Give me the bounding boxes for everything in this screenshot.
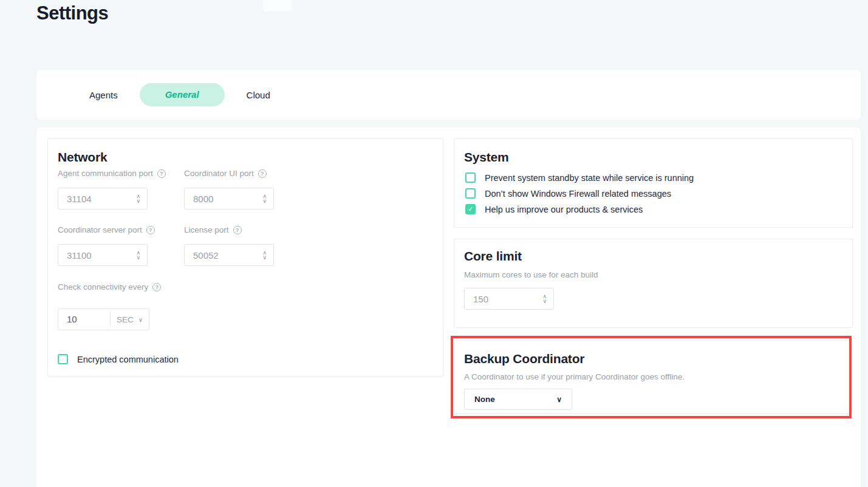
prevent-standby-label: Prevent system standby state while servi… (485, 173, 694, 183)
firewall-messages-checkbox[interactable] (465, 188, 476, 199)
improve-products-checkbox-row[interactable]: Help us improve our products & services (465, 204, 643, 214)
settings-tab-bar: Agents General Cloud (36, 70, 861, 120)
agent-communication-port-label-text: Agent communication port (58, 169, 153, 178)
chevron-down-icon: ∨ (138, 316, 143, 323)
check-connectivity-label-text: Check connectivity every (58, 282, 148, 291)
license-port-label-text: License port (184, 225, 229, 234)
improve-products-checkbox[interactable] (465, 204, 476, 214)
tooltip-remnant-patch (263, 0, 292, 12)
check-connectivity-input[interactable]: 10 SEC ∨ (58, 308, 149, 330)
help-icon[interactable] (258, 169, 267, 178)
firewall-messages-checkbox-row[interactable]: Don’t show Windows Firewall related mess… (465, 188, 671, 199)
prevent-standby-checkbox[interactable] (465, 172, 476, 183)
coordinator-ui-port-label: Coordinator UI port (184, 169, 267, 178)
connectivity-unit-value: SEC (117, 315, 134, 324)
core-limit-subtitle: Maximum cores to use for each build (464, 270, 598, 279)
agent-communication-port-value: 31104 (67, 194, 92, 204)
spinner-stepper-icon[interactable]: ∧∨ (262, 188, 267, 209)
help-icon[interactable] (233, 226, 242, 234)
connectivity-unit-select[interactable]: SEC ∨ (111, 315, 149, 324)
settings-content-panel: Network Agent communication port Coordin… (36, 128, 861, 487)
agent-communication-port-input[interactable]: 31104 ∧∨ (58, 188, 148, 209)
coordinator-server-port-label: Coordinator server port (58, 225, 155, 234)
help-icon[interactable] (157, 169, 166, 178)
coordinator-server-port-label-text: Coordinator server port (58, 225, 142, 234)
license-port-label: License port (184, 225, 242, 234)
encrypted-communication-checkbox[interactable] (58, 354, 68, 364)
core-limit-value: 150 (473, 294, 488, 304)
core-limit-title: Core limit (464, 249, 522, 264)
firewall-messages-label: Don’t show Windows Firewall related mess… (485, 189, 671, 199)
check-connectivity-value[interactable]: 10 (58, 313, 111, 326)
chevron-down-icon: ∨ (556, 395, 562, 404)
check-connectivity-label: Check connectivity every (58, 282, 161, 291)
prevent-standby-checkbox-row[interactable]: Prevent system standby state while servi… (465, 172, 694, 183)
spinner-stepper-icon[interactable]: ∧∨ (542, 288, 547, 309)
backup-coordinator-subtitle: A Coordinator to use if your primary Coo… (464, 372, 685, 381)
coordinator-ui-port-label-text: Coordinator UI port (184, 169, 254, 178)
tab-general[interactable]: General (140, 83, 225, 106)
backup-coordinator-select[interactable]: None ∨ (464, 389, 572, 410)
help-icon[interactable] (146, 226, 155, 234)
help-icon[interactable] (152, 283, 161, 291)
encrypted-communication-label: Encrypted communication (77, 355, 179, 364)
spinner-stepper-icon[interactable]: ∧∨ (136, 188, 140, 209)
backup-coordinator-title: Backup Coordinator (464, 352, 584, 366)
coordinator-ui-port-input[interactable]: 8000 ∧∨ (184, 188, 274, 209)
system-title: System (464, 150, 509, 165)
coordinator-server-port-input[interactable]: 31100 ∧∨ (58, 244, 148, 266)
license-port-value: 50052 (193, 250, 219, 261)
agent-communication-port-label: Agent communication port (58, 169, 166, 178)
spinner-stepper-icon[interactable]: ∧∨ (262, 245, 267, 265)
tab-cloud[interactable]: Cloud (228, 90, 289, 100)
network-card: Network Agent communication port Coordin… (47, 138, 443, 376)
coordinator-ui-port-value: 8000 (193, 194, 213, 204)
system-card: System Prevent system standby state whil… (454, 138, 853, 228)
backup-coordinator-card: Backup Coordinator A Coordinator to use … (454, 340, 853, 414)
coordinator-server-port-value: 31100 (67, 250, 92, 261)
improve-products-label: Help us improve our products & services (485, 205, 643, 214)
core-limit-card: Core limit Maximum cores to use for each… (454, 239, 853, 328)
encrypted-communication-checkbox-row[interactable]: Encrypted communication (58, 354, 179, 364)
page-title: Settings (36, 0, 108, 27)
backup-coordinator-selected-value: None (474, 395, 495, 404)
network-title: Network (58, 150, 107, 165)
spinner-stepper-icon[interactable]: ∧∨ (136, 245, 140, 265)
core-limit-input[interactable]: 150 ∧∨ (464, 288, 554, 310)
license-port-input[interactable]: 50052 ∧∨ (184, 244, 274, 266)
tab-agents[interactable]: Agents (71, 90, 136, 100)
